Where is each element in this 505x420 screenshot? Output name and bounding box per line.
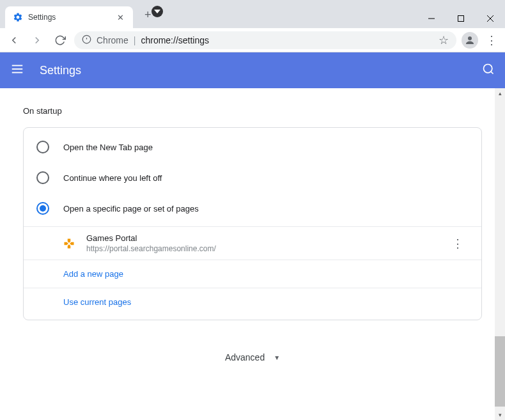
kebab-menu-button[interactable]: ⋮	[483, 32, 500, 49]
page-entry-name: Games Portal	[86, 233, 435, 243]
radio-label: Continue where you left off	[63, 173, 162, 183]
use-current-row[interactable]: Use current pages	[24, 288, 481, 316]
section-title: On startup	[23, 106, 482, 116]
radio-button[interactable]	[36, 202, 49, 215]
page-title: Settings	[40, 64, 81, 77]
scroll-up-arrow[interactable]: ▴	[495, 88, 505, 98]
address-separator: |	[134, 35, 136, 45]
use-current-link[interactable]: Use current pages	[63, 297, 131, 307]
svg-line-12	[491, 72, 493, 74]
page-entry-menu-button[interactable]: ⋮	[447, 234, 469, 253]
address-label: Chrome	[97, 35, 128, 45]
settings-header: Settings	[0, 52, 505, 88]
add-page-link[interactable]: Add a new page	[63, 269, 123, 279]
svg-rect-1	[458, 16, 464, 22]
startup-card: Open the New Tab page Continue where you…	[23, 127, 482, 320]
startup-option-new-tab[interactable]: Open the New Tab page	[24, 132, 481, 162]
media-control-icon[interactable]	[152, 6, 163, 17]
address-url: chrome://settings	[141, 35, 209, 45]
content-area: ▴ ▾ On startup Open the New Tab page Con…	[0, 88, 505, 420]
content-scroll: On startup Open the New Tab page Continu…	[0, 88, 505, 420]
reload-button[interactable]	[51, 31, 69, 49]
svg-point-11	[484, 65, 492, 73]
startup-option-specific-page[interactable]: Open a specific page or set of pages	[24, 193, 481, 224]
svg-point-7	[468, 36, 472, 40]
hamburger-menu-icon[interactable]	[10, 62, 24, 79]
startup-option-continue[interactable]: Continue where you left off	[24, 162, 481, 193]
page-entry-url: https://portal.searchgamesonline.com/	[86, 244, 435, 253]
advanced-toggle[interactable]: Advanced ▼	[23, 352, 482, 362]
search-icon[interactable]	[482, 63, 495, 78]
chevron-down-icon: ▼	[274, 354, 280, 361]
gear-icon	[13, 12, 23, 22]
advanced-label: Advanced	[225, 352, 265, 362]
tab-title: Settings	[28, 13, 56, 22]
radio-button[interactable]	[36, 141, 49, 153]
back-button[interactable]	[5, 31, 23, 49]
startup-page-entry: Games Portal https://portal.searchgameso…	[24, 226, 481, 260]
window-titlebar: Settings ✕ +	[0, 0, 505, 28]
url-field[interactable]: Chrome | chrome://settings ☆	[74, 31, 456, 49]
scroll-down-arrow[interactable]: ▾	[495, 410, 505, 420]
game-controller-icon	[63, 238, 75, 249]
window-controls	[417, 9, 505, 28]
scrollbar-thumb[interactable]	[495, 336, 505, 407]
tab-close-button[interactable]: ✕	[115, 13, 125, 22]
address-bar: Chrome | chrome://settings ☆ ⋮	[0, 28, 505, 52]
maximize-button[interactable]	[446, 9, 476, 28]
browser-tab[interactable]: Settings ✕	[5, 6, 133, 28]
radio-button[interactable]	[36, 171, 49, 184]
radio-label: Open the New Tab page	[63, 143, 153, 152]
new-tab-button[interactable]: +	[144, 8, 152, 22]
minimize-button[interactable]	[417, 9, 446, 28]
profile-button[interactable]	[462, 32, 478, 49]
forward-button[interactable]	[28, 31, 46, 49]
add-page-row[interactable]: Add a new page	[24, 260, 481, 288]
close-window-button[interactable]	[476, 9, 505, 28]
site-info-icon[interactable]	[82, 35, 91, 46]
bookmark-star-icon[interactable]: ☆	[439, 33, 449, 47]
scrollbar-track[interactable]: ▴ ▾	[495, 88, 505, 420]
radio-label: Open a specific page or set of pages	[63, 204, 199, 214]
